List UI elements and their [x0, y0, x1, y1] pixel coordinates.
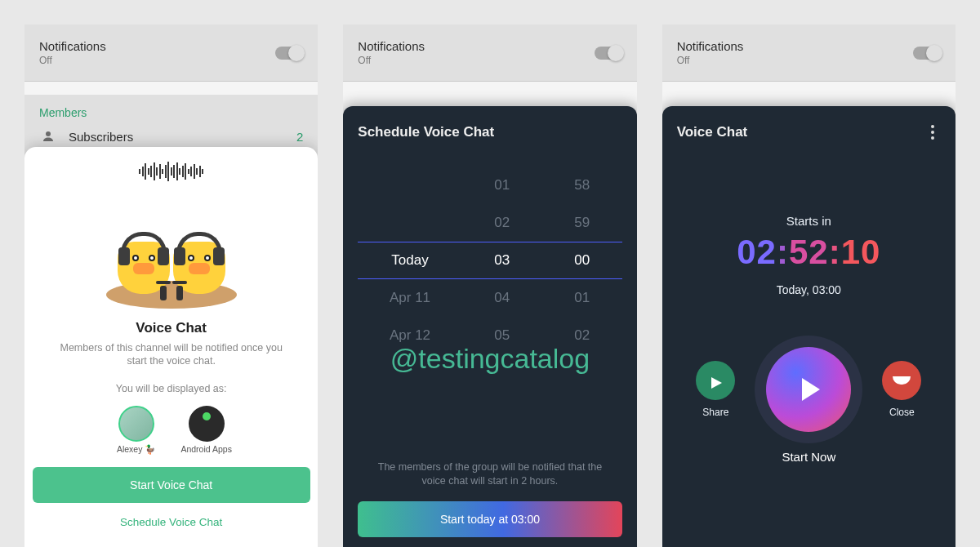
- notifications-toggle[interactable]: [275, 47, 303, 60]
- displayed-as-label: You will be displayed as:: [116, 383, 227, 394]
- subscribers-count: 2: [296, 130, 303, 144]
- voice-chat-bottom-sheet: Voice Chat Members of this channel will …: [24, 147, 318, 547]
- scheduled-time-label: Today, 03:00: [677, 283, 941, 296]
- screen-schedule-voice-chat: Notifications Off Schedule Voice Chat 01…: [343, 24, 636, 547]
- picker-hour[interactable]: 03: [462, 252, 542, 269]
- share-label: Share: [702, 407, 728, 418]
- picker-minute[interactable]: 02: [542, 327, 622, 344]
- avatar-label: Android Apps: [180, 445, 231, 455]
- countdown-minutes: 52: [789, 233, 829, 271]
- notifications-text: Notifications Off: [358, 39, 425, 66]
- avatar-label: Alexey 🦆: [117, 445, 155, 455]
- picker-hour[interactable]: 02: [462, 215, 542, 231]
- schedule-cta-button[interactable]: Start today at 03:00: [358, 501, 621, 537]
- avatar-image: [118, 406, 154, 442]
- notifications-text: Notifications Off: [39, 39, 106, 66]
- screen-start-voice-chat: Notifications Off Members Subscribers 2: [24, 24, 318, 547]
- notifications-title: Notifications: [39, 39, 106, 53]
- start-voice-chat-button[interactable]: Start Voice Chat: [33, 467, 310, 503]
- picker-date[interactable]: Today: [358, 252, 461, 269]
- picker-hour[interactable]: 01: [462, 177, 542, 193]
- ducks-illustration: [106, 186, 237, 309]
- picker-minute[interactable]: 00: [542, 252, 622, 269]
- countdown: 02:52:10: [677, 233, 941, 272]
- starts-in-label: Starts in: [677, 214, 941, 228]
- picker-minute[interactable]: 58: [542, 177, 622, 193]
- share-button[interactable]: Share: [696, 361, 735, 418]
- notifications-state: Off: [677, 55, 744, 66]
- schedule-voice-chat-link[interactable]: Schedule Voice Chat: [120, 516, 222, 528]
- countdown-hours: 02: [737, 233, 777, 271]
- avatar-option-channel[interactable]: Android Apps: [180, 406, 233, 455]
- picker-selected-row[interactable]: Today0300: [358, 242, 621, 279]
- notifications-toggle[interactable]: [913, 47, 941, 60]
- notifications-row[interactable]: Notifications Off: [662, 24, 956, 82]
- picker-hour[interactable]: 04: [462, 290, 542, 306]
- hangup-icon: [882, 361, 921, 400]
- notifications-state: Off: [358, 55, 425, 66]
- picker-date[interactable]: Apr 12: [358, 327, 461, 344]
- panel-title: Voice Chat: [677, 124, 748, 140]
- waveform-icon: [122, 162, 220, 181]
- share-icon: [696, 361, 735, 400]
- close-label: Close: [889, 407, 915, 418]
- picker-minute[interactable]: 59: [542, 215, 622, 231]
- voice-chat-panel: Voice Chat Starts in 02:52:10 Today, 03:…: [662, 106, 956, 547]
- picker-hour[interactable]: 05: [462, 327, 542, 344]
- close-button[interactable]: Close: [882, 361, 921, 418]
- schedule-title: Schedule Voice Chat: [358, 124, 621, 140]
- notifications-row[interactable]: Notifications Off: [24, 24, 318, 82]
- notifications-title: Notifications: [358, 39, 425, 53]
- sheet-title: Voice Chat: [136, 320, 207, 336]
- countdown-seconds: 10: [841, 233, 881, 271]
- schedule-notice: The members of the group will be notifie…: [358, 460, 621, 488]
- svg-point-0: [46, 131, 51, 136]
- picker-minute[interactable]: 01: [542, 290, 622, 306]
- play-button[interactable]: [766, 347, 851, 432]
- notifications-toggle[interactable]: [595, 47, 622, 60]
- notifications-text: Notifications Off: [677, 39, 744, 66]
- sheet-description: Members of this channel will be notified…: [33, 341, 310, 368]
- datetime-picker[interactable]: 0158 0259 Today0300 Apr 110401 Apr 12050…: [358, 167, 621, 354]
- avatar-option-user[interactable]: Alexey 🦆: [110, 406, 163, 455]
- picker-date[interactable]: Apr 11: [358, 290, 461, 306]
- avatar-options: Alexey 🦆 Android Apps: [110, 406, 233, 455]
- more-options-icon[interactable]: [924, 125, 941, 140]
- person-icon: [39, 129, 57, 144]
- avatar-image: [189, 406, 225, 442]
- subscribers-label: Subscribers: [69, 130, 296, 144]
- members-header: Members: [39, 106, 303, 119]
- screen-voice-chat-countdown: Notifications Off Voice Chat Starts in 0…: [662, 24, 956, 547]
- notifications-title: Notifications: [677, 39, 744, 53]
- schedule-bottom-sheet: Schedule Voice Chat 0158 0259 Today0300 …: [343, 106, 636, 547]
- notifications-row[interactable]: Notifications Off: [343, 24, 636, 82]
- voice-chat-controls: Share Close: [677, 347, 941, 432]
- play-icon: [802, 378, 820, 401]
- start-now-label: Start Now: [677, 450, 941, 464]
- notifications-state: Off: [39, 55, 106, 66]
